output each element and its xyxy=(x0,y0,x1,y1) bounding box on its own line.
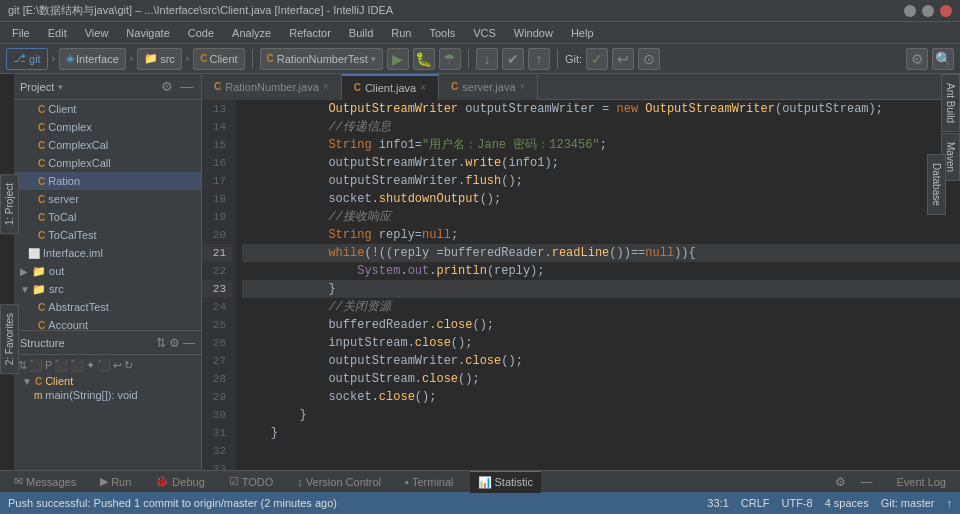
tab-icon2: C xyxy=(354,82,361,93)
tab-structure-left[interactable]: 2: Favorites xyxy=(0,304,19,374)
tab-messages[interactable]: ✉ Messages xyxy=(6,471,84,493)
str-toolbar-btn8[interactable]: ↩ xyxy=(113,359,122,372)
tree-item-complexcal[interactable]: C ComplexCal xyxy=(14,136,201,154)
menu-build[interactable]: Build xyxy=(341,25,381,41)
commit-button[interactable]: ✔ xyxy=(502,48,524,70)
git-ok-button[interactable]: ✓ xyxy=(586,48,608,70)
database-tab[interactable]: Database xyxy=(927,154,946,215)
minimize-button[interactable] xyxy=(904,5,916,17)
tree-item-src[interactable]: ▼ 📁 src xyxy=(14,280,201,298)
update-button[interactable]: ↓ xyxy=(476,48,498,70)
status-indent[interactable]: 4 spaces xyxy=(825,497,869,509)
tab-version-control[interactable]: ↕ Version Control xyxy=(289,471,389,493)
tab-close1[interactable]: × xyxy=(323,81,329,92)
run-button[interactable]: ▶ xyxy=(387,48,409,70)
search-button[interactable]: 🔍 xyxy=(932,48,954,70)
tab-rationumber[interactable]: C RationNumber.java × xyxy=(202,74,342,100)
maximize-button[interactable] xyxy=(922,5,934,17)
status-left: Push successful: Pushed 1 commit to orig… xyxy=(8,497,337,509)
breadcrumb-interface[interactable]: ◈ Interface xyxy=(59,48,126,70)
menu-edit[interactable]: Edit xyxy=(40,25,75,41)
status-git[interactable]: Git: master xyxy=(881,497,935,509)
str-toolbar-btn3[interactable]: P xyxy=(45,359,52,372)
sort-button[interactable]: ⇅ xyxy=(156,336,166,350)
str-toolbar-btn4[interactable]: ⬛ xyxy=(54,359,68,372)
tree-item-complex[interactable]: C Complex xyxy=(14,118,201,136)
git-label[interactable]: ⎇ git xyxy=(6,48,48,70)
str-toolbar-btn6[interactable]: ✦ xyxy=(86,359,95,372)
menu-vcs[interactable]: VCS xyxy=(465,25,504,41)
undo-button[interactable]: ↩ xyxy=(612,48,634,70)
menu-navigate[interactable]: Navigate xyxy=(118,25,177,41)
settings-button[interactable]: ⚙ xyxy=(906,48,928,70)
tab-close3[interactable]: × xyxy=(520,81,526,92)
bottom-close-icon[interactable]: — xyxy=(860,475,872,489)
tree-item-server[interactable]: C server xyxy=(14,190,201,208)
minimize-panel-button[interactable]: — xyxy=(179,79,195,95)
tab-close2[interactable]: × xyxy=(420,82,426,93)
tree-item-abstracttest[interactable]: C AbstractTest xyxy=(14,298,201,316)
tab-terminal[interactable]: ▪ Terminal xyxy=(397,471,461,493)
status-line-ending[interactable]: CRLF xyxy=(741,497,770,509)
tree-item-complexcall[interactable]: C ComplexCall xyxy=(14,154,201,172)
str-item-client[interactable]: ▼ C Client xyxy=(18,374,197,388)
push-button[interactable]: ↑ xyxy=(528,48,550,70)
tree-item-tocal[interactable]: C ToCal xyxy=(14,208,201,226)
tab-server[interactable]: C server.java × xyxy=(439,74,538,100)
interface-icon: ◈ xyxy=(66,52,74,65)
str-toolbar-btn2[interactable]: ⬛ xyxy=(29,359,43,372)
ant-build-tab[interactable]: Ant Build xyxy=(941,74,960,132)
line-17: 17 xyxy=(202,172,232,190)
menu-code[interactable]: Code xyxy=(180,25,222,41)
run-config-selector[interactable]: C RationNumberTest ▾ xyxy=(260,48,383,70)
tree-item-tocaltest[interactable]: C ToCalTest xyxy=(14,226,201,244)
menu-refactor[interactable]: Refactor xyxy=(281,25,339,41)
str-toolbar-btn9[interactable]: ↻ xyxy=(124,359,133,372)
tree-item-interface-iml[interactable]: ⬜ Interface.iml xyxy=(14,244,201,262)
str-item-main[interactable]: m main(String[]): void xyxy=(18,388,197,402)
str-toolbar-btn1[interactable]: ⇅ xyxy=(18,359,27,372)
tree-item-client[interactable]: C Client xyxy=(14,100,201,118)
code-editor[interactable]: 13 14 15 16 17 18 19 20 21 22 23 24 25 2… xyxy=(202,100,960,470)
status-position[interactable]: 33:1 xyxy=(707,497,728,509)
status-message: Push successful: Pushed 1 commit to orig… xyxy=(8,497,337,509)
str-close-button[interactable]: — xyxy=(183,336,195,350)
git-push-icon[interactable]: ↑ xyxy=(947,497,953,509)
menu-view[interactable]: View xyxy=(77,25,117,41)
debug-button[interactable]: 🐛 xyxy=(413,48,435,70)
tree-item-ration[interactable]: C Ration xyxy=(14,172,201,190)
str-toolbar-btn5[interactable]: ⬛ xyxy=(70,359,84,372)
tab-run[interactable]: ▶ Run xyxy=(92,471,139,493)
tab-event-log[interactable]: Event Log xyxy=(888,471,954,493)
menu-window[interactable]: Window xyxy=(506,25,561,41)
line-32: 32 xyxy=(202,442,232,460)
coverage-button[interactable]: ☂ xyxy=(439,48,461,70)
tree-item-out[interactable]: ▶ 📁 out xyxy=(14,262,201,280)
menu-help[interactable]: Help xyxy=(563,25,602,41)
code-line-17: outputStreamWriter.flush(); xyxy=(242,172,960,190)
project-dropdown-icon[interactable]: ▾ xyxy=(58,82,63,92)
menu-analyze[interactable]: Analyze xyxy=(224,25,279,41)
str-settings-button[interactable]: ⚙ xyxy=(169,336,180,350)
close-button[interactable] xyxy=(940,5,952,17)
bottom-settings-icon[interactable]: ⚙ xyxy=(835,475,846,489)
menu-tools[interactable]: Tools xyxy=(421,25,463,41)
tab-project[interactable]: 1: Project xyxy=(0,174,19,234)
menu-run[interactable]: Run xyxy=(383,25,419,41)
menu-file[interactable]: File xyxy=(4,25,38,41)
tab-todo[interactable]: ☑ TODO xyxy=(221,471,282,493)
tab-debug[interactable]: 🐞 Debug xyxy=(147,471,212,493)
line-29: 29 xyxy=(202,388,232,406)
breadcrumb-src[interactable]: 📁 src xyxy=(137,48,182,70)
breadcrumb-client[interactable]: C Client xyxy=(193,48,244,70)
history-button[interactable]: ⊙ xyxy=(638,48,660,70)
tab-statistic[interactable]: 📊 Statistic xyxy=(470,471,542,493)
tree-item-account[interactable]: C Account xyxy=(14,316,201,330)
tab-client[interactable]: C Client.java × xyxy=(342,74,439,100)
line-20: 20 xyxy=(202,226,232,244)
code-content[interactable]: OutputStreamWriter outputStreamWriter = … xyxy=(236,100,960,470)
code-line-21: while(!((reply =bufferedReader.readLine(… xyxy=(242,244,960,262)
str-toolbar-btn7[interactable]: ⬛ xyxy=(97,359,111,372)
status-encoding[interactable]: UTF-8 xyxy=(782,497,813,509)
gear-icon[interactable]: ⚙ xyxy=(159,79,175,95)
